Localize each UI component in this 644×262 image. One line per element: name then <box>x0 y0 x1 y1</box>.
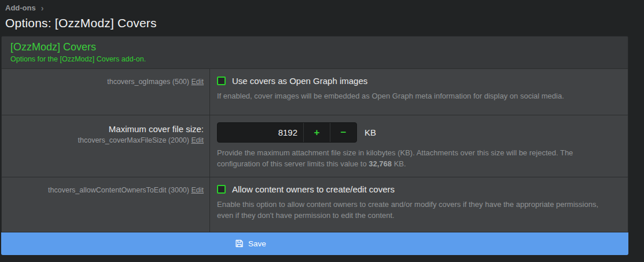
option-id-text: thcovers_ogImages (500) <box>107 78 189 86</box>
checkbox-label: Use covers as Open Graph images <box>232 76 367 86</box>
breadcrumb-item-add-ons[interactable]: Add-ons <box>5 3 36 12</box>
option-row-allow-owners-edit: thcovers_allowContentOwnersToEdit (3000)… <box>2 177 628 232</box>
option-label-cell: thcovers_ogImages (500) Edit <box>2 69 209 115</box>
increment-button[interactable]: + <box>303 123 330 142</box>
option-id-text: thcovers_coverMaxFileSize (2000) <box>78 136 189 144</box>
chevron-right-icon: › <box>41 4 44 12</box>
panel-title: [OzzModz] Covers <box>10 41 619 53</box>
max-file-size-input[interactable] <box>218 123 303 142</box>
option-control-cell: Allow content owners to create/edit cove… <box>209 177 628 232</box>
description-text: KB. <box>392 159 406 168</box>
panel-header: [OzzModz] Covers Options for the [OzzMod… <box>2 37 628 69</box>
option-description: Provide the maximum attachment file size… <box>217 148 616 170</box>
panel-subtitle: Options for the [OzzModz] Covers add-on. <box>10 55 619 63</box>
option-row-max-file-size: Maximum cover file size: thcovers_coverM… <box>2 115 628 177</box>
floppy-disk-icon <box>235 239 244 248</box>
edit-option-link[interactable]: Edit <box>191 78 204 86</box>
number-input-line: + − KB <box>217 122 616 143</box>
number-input-group: + − <box>217 122 357 143</box>
option-label-cell: thcovers_allowContentOwnersToEdit (3000)… <box>2 177 209 232</box>
option-row-og-images: thcovers_ogImages (500) Edit Use covers … <box>2 69 628 115</box>
edit-option-link[interactable]: Edit <box>191 186 204 194</box>
options-panel: [OzzModz] Covers Options for the [OzzMod… <box>1 36 628 232</box>
checkbox-label: Allow content owners to create/edit cove… <box>232 184 395 194</box>
option-description: Enable this option to allow content owne… <box>217 199 616 221</box>
unit-label: KB <box>365 128 376 137</box>
option-title: Maximum cover file size: <box>6 124 204 134</box>
decrement-button[interactable]: − <box>330 123 356 142</box>
checkbox-row[interactable]: Use covers as Open Graph images <box>217 76 616 86</box>
allow-owners-edit-checkbox[interactable] <box>217 185 226 194</box>
option-label-cell: Maximum cover file size: thcovers_coverM… <box>2 115 209 177</box>
save-button-content: Save <box>235 239 266 248</box>
option-control-cell: + − KB Provide the maximum attachment fi… <box>209 115 628 177</box>
option-control-cell: Use covers as Open Graph images If enabl… <box>209 69 628 115</box>
page-title: Options: [OzzModz] Covers <box>5 16 644 30</box>
option-id-text: thcovers_allowContentOwnersToEdit (3000) <box>48 186 189 194</box>
option-id: thcovers_ogImages (500) Edit <box>6 78 204 86</box>
save-button[interactable]: Save <box>1 232 628 255</box>
breadcrumb: Add-ons › <box>0 0 644 12</box>
og-images-checkbox[interactable] <box>217 77 226 85</box>
option-id: thcovers_coverMaxFileSize (2000) Edit <box>6 136 204 144</box>
edit-option-link[interactable]: Edit <box>191 136 204 144</box>
option-id: thcovers_allowContentOwnersToEdit (3000)… <box>6 186 204 194</box>
save-button-label: Save <box>248 239 266 248</box>
description-bold-value: 32,768 <box>369 159 392 168</box>
option-description: If enabled, cover images will be embedde… <box>217 91 616 102</box>
checkbox-row[interactable]: Allow content owners to create/edit cove… <box>217 184 616 194</box>
